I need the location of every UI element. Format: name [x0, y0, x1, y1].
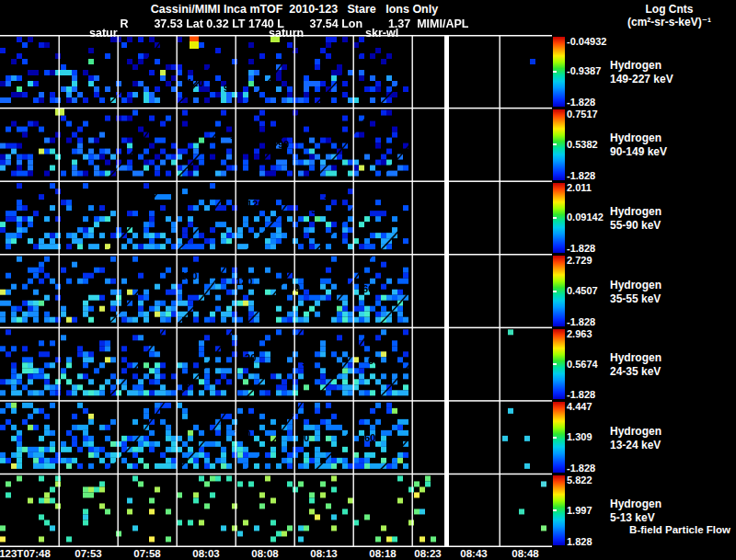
colorbar-label-top: 2.011: [567, 182, 592, 193]
species-label: Hydrogen: [610, 497, 661, 511]
energy-band-label: Hydrogen24-35 keV: [610, 351, 661, 379]
energy-band-label: Hydrogen35-55 keV: [610, 279, 661, 306]
energy-band-label: Hydrogen149-227 keV: [610, 59, 673, 86]
time-axis-label: 08:13: [310, 548, 337, 559]
colorbar-label-top: 2.963: [567, 328, 592, 339]
time-axis-label: 08:08: [251, 548, 278, 559]
energy-band-label: Hydrogen5-13 keV: [610, 497, 661, 525]
energy-band-label: Hydrogen55-90 keV: [610, 205, 661, 233]
mimi-display-window: Cassini/MIMI Inca mTOF 2010-123 Stare Io…: [0, 0, 736, 560]
colorbar-label-top: 2.729: [567, 255, 592, 266]
colorbar-label-top: -0.04932: [567, 36, 606, 47]
energy-range-label: 24-35 keV: [610, 365, 661, 379]
time-axis-label: 08:03: [192, 548, 219, 559]
colorbar-label-bottom: -1.828: [567, 389, 595, 400]
spacecraft-coordinates-line: R 37.53 Lat 0.32 LT 1740 L 37.54 Lon 1.3…: [0, 17, 589, 30]
species-label: Hydrogen: [610, 351, 661, 365]
units-line1: Log Cnts: [603, 3, 736, 16]
energy-range-label: 149-227 keV: [610, 73, 673, 86]
species-label: Hydrogen: [610, 425, 661, 439]
colorbar-label-bottom: -1.828: [567, 97, 595, 108]
colorbar-mid-tick: [553, 143, 557, 145]
colorbar-label-mid: 0.5382: [567, 139, 598, 150]
bfield-particle-flow-label: B-field Particle Flow: [596, 524, 730, 535]
colorbar-label-bottom: -1.828: [567, 316, 595, 327]
species-label: Hydrogen: [610, 279, 661, 292]
colorbar-label-bottom: -1.828: [567, 463, 595, 474]
time-axis-label: 08:48: [512, 548, 538, 559]
species-label: Hydrogen: [610, 205, 661, 219]
colorbar-mid-tick: [553, 71, 557, 73]
energy-range-label: 55-90 keV: [610, 219, 661, 233]
colorbar-label-mid: 0.5674: [567, 359, 598, 370]
colorbar-mid-tick: [553, 217, 557, 219]
colorbar-label-mid: 0.4507: [567, 285, 598, 296]
time-axis-label: 08:23: [414, 548, 441, 559]
colorbar-mid-tick: [553, 437, 557, 439]
colorbar-label-mid: -0.9387: [567, 65, 601, 76]
energy-range-label: 13-24 keV: [610, 439, 661, 452]
units-line2: (cm²-sr-s-keV)⁻¹: [603, 16, 736, 29]
colorbar-label-mid: 1.309: [567, 431, 592, 442]
energy-band-label: Hydrogen90-149 keV: [610, 131, 667, 159]
energy-band-label: Hydrogen13-24 keV: [610, 425, 661, 452]
colorbar-label-bottom: -1.828: [567, 243, 595, 254]
colorbar-label-bottom: 1.828: [567, 536, 592, 547]
colorbar-label-mid: 0.09142: [567, 211, 604, 223]
colorbar-mid-tick: [553, 291, 557, 292]
colorbar-mid-tick: [553, 363, 557, 365]
colorbar-label-bottom: -1.828: [567, 170, 595, 181]
time-axis-label: 123T07:48: [0, 548, 51, 559]
colorbar-label-top: 5.822: [567, 474, 592, 486]
time-axis-label: 07:58: [133, 548, 160, 559]
colorbar-units-label: Log Cnts (cm²-sr-s-keV)⁻¹: [603, 3, 736, 29]
species-label: Hydrogen: [610, 131, 667, 145]
time-axis-label: 08:43: [460, 548, 487, 559]
colorbar-label-top: 0.7517: [567, 109, 598, 120]
energy-range-label: 5-13 keV: [610, 511, 661, 525]
species-label: Hydrogen: [610, 59, 673, 73]
time-axis-label: 07:53: [75, 548, 101, 559]
colorbar-mid-tick: [553, 509, 557, 511]
energy-range-label: 90-149 keV: [610, 145, 667, 159]
time-axis-label: 08:18: [369, 548, 396, 559]
colorbar-label-top: 4.447: [567, 401, 592, 412]
spectrogram-canvas: [0, 35, 552, 547]
energy-range-label: 35-55 keV: [610, 292, 661, 306]
plot-title: Cassini/MIMI Inca mTOF 2010-123 Stare Io…: [0, 3, 589, 16]
colorbar-label-mid: 1.997: [567, 505, 592, 516]
